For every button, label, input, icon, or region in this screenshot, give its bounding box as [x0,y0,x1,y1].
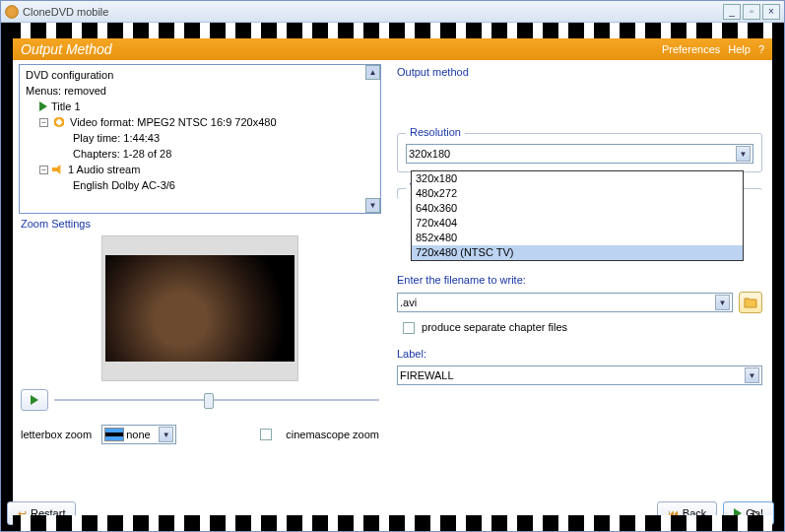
chevron-down-icon[interactable]: ▼ [159,427,173,442]
tree-audio-stream[interactable]: −1 Audio stream [26,162,378,177]
chevron-down-icon[interactable]: ▼ [736,146,751,162]
svg-marker-0 [39,101,47,111]
browse-button[interactable] [739,292,762,313]
help-icon[interactable]: ? [758,43,764,55]
collapse-icon[interactable]: − [39,118,48,127]
folder-icon [744,297,757,308]
preview-image [105,255,294,362]
produce-chapters-label: produce separate chapter files [422,321,567,333]
film-sprocket-bottom [13,515,772,531]
page-title: Output Method [21,41,112,57]
letterbox-zoom-select[interactable]: none ▼ [101,425,176,444]
scroll-down-button[interactable]: ▼ [365,198,380,213]
produce-chapters-checkbox[interactable] [403,322,415,334]
label-select[interactable]: FIREWALL ▼ [397,366,762,385]
collapse-icon[interactable]: − [39,166,48,174]
playback-slider[interactable] [54,390,379,410]
resolution-option[interactable]: 320x180 [412,171,743,186]
dvd-config-tree[interactable]: ▲ DVD configuration Menus: removed Title… [19,64,381,214]
maximize-button[interactable]: ▫ [743,4,760,20]
resolution-option-selected[interactable]: 720x480 (NTSC TV) [412,245,743,260]
video-preview [101,235,298,381]
window-title: CloneDVD mobile [23,6,108,18]
preferences-link[interactable]: Preferences [662,43,720,55]
close-button[interactable]: × [762,4,780,20]
resolution-legend: Resolution [406,126,465,138]
resolution-dropdown-list[interactable]: 320x180 480x272 640x360 720x404 852x480 … [411,170,744,261]
eye-icon [52,117,66,127]
resolution-option[interactable]: 852x480 [412,231,743,245]
titlebar: CloneDVD mobile _ ▫ × [1,1,784,23]
resolution-fieldset: Resolution 320x180 ▼ [397,133,762,172]
letterbox-zoom-label: letterbox zoom [21,429,92,440]
filename-input[interactable]: .avi ▼ [397,293,733,312]
help-link[interactable]: Help [728,43,751,55]
tree-root[interactable]: DVD configuration [26,67,378,83]
resolution-option[interactable]: 640x360 [412,201,743,216]
tree-menus[interactable]: Menus: removed [26,83,378,99]
tree-playtime[interactable]: Play time: 1:44:43 [26,130,378,146]
play-button[interactable] [21,389,48,411]
tree-chapters[interactable]: Chapters: 1-28 of 28 [26,146,378,162]
cinemascope-checkbox[interactable] [260,429,272,440]
resolution-option[interactable]: 720x404 [412,216,743,231]
flag-icon [104,428,124,441]
tree-video-format[interactable]: −Video format: MPEG2 NTSC 16:9 720x480 [26,114,378,130]
film-sprocket-top [13,23,772,38]
tree-title[interactable]: Title 1 [26,99,378,114]
tree-audio-lang[interactable]: English Dolby AC-3/6 [26,177,378,193]
filename-label: Enter the filename to write: [397,274,762,286]
app-window: CloneDVD mobile _ ▫ × Output Method Pref… [0,0,785,532]
svg-marker-1 [31,395,38,405]
slider-thumb[interactable] [204,393,214,409]
label-label: Label: [397,348,762,360]
cinemascope-zoom-label: cinemascope zoom [286,429,379,440]
app-icon [5,5,19,19]
zoom-settings-label: Zoom Settings [21,218,381,230]
resolution-select[interactable]: 320x180 ▼ [406,144,753,164]
speaker-icon [52,165,64,174]
chevron-down-icon[interactable]: ▼ [745,367,759,383]
page-header: Output Method Preferences Help ? [13,38,772,60]
resolution-option[interactable]: 480x272 [412,186,743,201]
film-frame: Output Method Preferences Help ? ▲ DVD c… [1,23,784,531]
output-method-label: Output method [397,66,762,78]
scroll-up-button[interactable]: ▲ [365,65,380,80]
minimize-button[interactable]: _ [723,4,741,20]
chevron-down-icon[interactable]: ▼ [715,295,730,310]
